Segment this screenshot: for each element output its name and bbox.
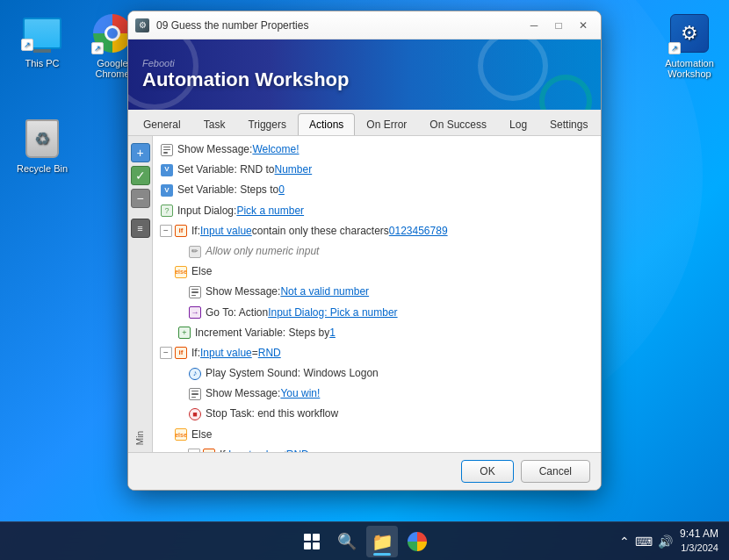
action-icon-comment: ✏ — [188, 245, 202, 259]
clock-time: 9:41 AM — [680, 527, 718, 542]
desktop-icon-aw-label: Automation Workshop — [658, 58, 721, 79]
taskbar-center: 🔍 📁 — [296, 526, 433, 557]
tab-bar: General Task Triggers Actions On Error O… — [128, 110, 601, 136]
actions-list[interactable]: Show Message: Welcome! V Set Variable: R… — [153, 136, 601, 452]
modal-overlay: ⚙ 09 Guess the number Properties ─ □ ✕ F… — [0, 0, 729, 560]
header-banner: Febooti Automation Workshop — [128, 39, 601, 110]
action-set-var-rnd[interactable]: V Set Variable: RND to Number — [156, 160, 597, 180]
close-button[interactable]: ✕ — [573, 17, 594, 34]
browser-icon — [408, 532, 427, 551]
action-play-sound[interactable]: ♪ Play System Sound: Windows Logon — [156, 363, 597, 384]
action-icon-stop: ■ — [188, 407, 202, 421]
gear-decoration-bottom — [539, 75, 592, 110]
action-icon-inc: + — [177, 326, 191, 340]
dialog-title: 09 Guess the number Properties — [156, 19, 308, 32]
left-sidebar: + ✓ − ≡ Min — [128, 136, 153, 452]
remove-action-button[interactable]: − — [131, 189, 150, 208]
win-logo-q1 — [304, 534, 311, 541]
menu-button[interactable]: ≡ — [131, 219, 150, 238]
action-input-dialog[interactable]: ? Input Dialog: Pick a number — [156, 201, 597, 221]
action-set-var-steps[interactable]: V Set Variable: Steps to 0 — [156, 180, 597, 200]
action-icon-list — [160, 143, 174, 157]
system-clock[interactable]: 9:41 AM 1/3/2024 — [680, 527, 718, 555]
taskbar: 🔍 📁 ⌃ ⌨ 🔊 9:41 AM 1/3/2024 — [0, 521, 729, 560]
add-action-button[interactable]: + — [131, 143, 150, 162]
action-allow-numeric: ✏ Allow only numeric input — [156, 241, 597, 262]
chevron-up-icon[interactable]: ⌃ — [619, 535, 630, 549]
action-icon-var2: V — [160, 183, 174, 197]
desktop-icon-recycle-bin-label: Recycle Bin — [17, 163, 68, 174]
tab-on-success[interactable]: On Success — [418, 113, 498, 135]
action-icon-input: ? — [160, 204, 174, 218]
win-logo-q3 — [304, 542, 311, 549]
action-icon-sound: ♪ — [188, 367, 202, 381]
desktop-icon-recycle-bin[interactable]: ♻ Recycle Bin — [7, 114, 77, 177]
action-increment-steps[interactable]: + Increment Variable: Steps by 1 — [156, 323, 597, 343]
action-if-input-rnd[interactable]: − if If: Input value = RND — [156, 343, 597, 363]
system-tray: ⌃ ⌨ 🔊 — [619, 535, 673, 549]
win-logo-q4 — [313, 542, 320, 549]
tab-settings[interactable]: Settings — [538, 113, 599, 135]
tab-task[interactable]: Task — [192, 113, 237, 135]
action-icon-if3: if — [202, 448, 216, 452]
desktop-icon-this-pc-label: This PC — [25, 58, 59, 68]
dialog-footer: OK Cancel — [128, 452, 601, 490]
action-icon-else2: else — [174, 427, 188, 442]
tab-on-error[interactable]: On Error — [355, 113, 418, 135]
properties-dialog: ⚙ 09 Guess the number Properties ─ □ ✕ F… — [127, 11, 602, 491]
tab-log[interactable]: Log — [498, 113, 538, 135]
search-icon: 🔍 — [337, 532, 357, 551]
action-icon-goto: → — [188, 305, 202, 319]
tab-actions[interactable]: Actions — [298, 113, 355, 135]
expand-if-2[interactable]: − — [160, 347, 172, 359]
taskbar-browser[interactable] — [401, 526, 433, 557]
desktop: ↗ This PC ↗ Google Chrome ♻ Recycle Bin … — [0, 0, 729, 560]
expand-if-3[interactable]: − — [188, 449, 200, 452]
ok-button[interactable]: OK — [461, 460, 513, 483]
action-icon-list2 — [188, 285, 202, 299]
action-show-not-valid[interactable]: Show Message: Not a valid number — [156, 282, 597, 302]
title-bar: ⚙ 09 Guess the number Properties ─ □ ✕ — [128, 11, 601, 39]
action-icon-var: V — [160, 163, 174, 177]
cancel-button[interactable]: Cancel — [521, 460, 590, 483]
sidebar-min-label: Min — [135, 431, 145, 445]
title-bar-controls: ─ □ ✕ — [523, 17, 594, 34]
start-button[interactable] — [296, 526, 328, 557]
content-area: + ✓ − ≡ Min Show Message: Welcome! — [128, 136, 601, 452]
action-if-input-value[interactable]: − if If: Input value contain only these … — [156, 221, 597, 241]
action-icon-else: else — [174, 265, 188, 279]
action-icon-if: if — [174, 224, 188, 238]
maximize-button[interactable]: □ — [548, 17, 569, 34]
windows-logo — [304, 534, 320, 549]
tab-run-as[interactable]: Run As — [599, 113, 602, 135]
tab-general[interactable]: General — [132, 113, 192, 135]
taskbar-search-button[interactable]: 🔍 — [331, 526, 363, 557]
action-icon-if2: if — [174, 346, 188, 360]
action-stop-task[interactable]: ■ Stop Task: end this workflow — [156, 404, 597, 424]
expand-if-1[interactable]: − — [160, 225, 172, 237]
action-show-message-welcome[interactable]: Show Message: Welcome! — [156, 140, 597, 160]
action-icon-list3 — [188, 387, 202, 401]
taskbar-right: ⌃ ⌨ 🔊 9:41 AM 1/3/2024 — [619, 527, 718, 555]
clock-date: 1/3/2024 — [680, 542, 718, 555]
action-if-less[interactable]: − if If: Input value < RND — [156, 445, 597, 452]
action-else-2[interactable]: else Else — [156, 425, 597, 445]
gear-decoration-right — [478, 39, 548, 101]
desktop-icon-this-pc[interactable]: ↗ This PC — [7, 9, 77, 72]
action-show-you-win[interactable]: Show Message: You win! — [156, 384, 597, 404]
dialog-icon: ⚙ — [135, 18, 149, 32]
minimize-button[interactable]: ─ — [523, 17, 545, 34]
action-else-1[interactable]: else Else — [156, 262, 597, 282]
tab-triggers[interactable]: Triggers — [236, 113, 298, 135]
action-goto-input[interactable]: → Go To: Action Input Dialog: Pick a num… — [156, 303, 597, 323]
win-logo-q2 — [313, 534, 320, 541]
folder-icon: 📁 — [372, 531, 393, 552]
volume-icon[interactable]: 🔊 — [658, 535, 673, 549]
desktop-icon-aw[interactable]: ⚙ ↗ Automation Workshop — [654, 9, 725, 83]
keyboard-icon[interactable]: ⌨ — [635, 535, 653, 549]
taskbar-file-explorer[interactable]: 📁 — [366, 526, 398, 557]
enable-action-button[interactable]: ✓ — [131, 166, 150, 185]
gear-decoration-left — [128, 39, 198, 110]
